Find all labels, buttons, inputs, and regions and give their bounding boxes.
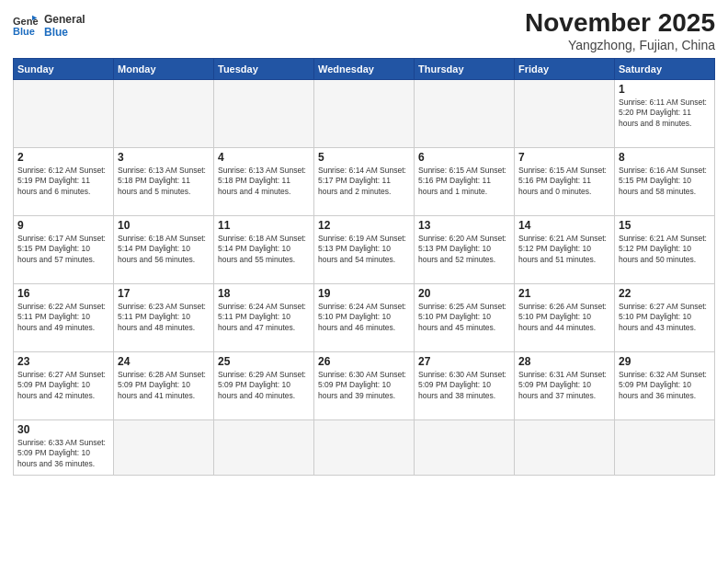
day-info: Sunrise: 6:29 AM Sunset: 5:09 PM Dayligh… <box>218 370 310 401</box>
day-number: 19 <box>318 287 410 300</box>
calendar-cell <box>214 419 314 475</box>
calendar-cell <box>415 79 515 147</box>
day-info: Sunrise: 6:17 AM Sunset: 5:15 PM Dayligh… <box>17 234 109 265</box>
day-info: Sunrise: 6:25 AM Sunset: 5:10 PM Dayligh… <box>418 302 510 333</box>
calendar-cell: 24Sunrise: 6:28 AM Sunset: 5:09 PM Dayli… <box>114 351 214 419</box>
calendar-cell: 15Sunrise: 6:21 AM Sunset: 5:12 PM Dayli… <box>615 215 715 283</box>
calendar-cell: 25Sunrise: 6:29 AM Sunset: 5:09 PM Dayli… <box>214 351 314 419</box>
day-info: Sunrise: 6:28 AM Sunset: 5:09 PM Dayligh… <box>118 370 210 401</box>
calendar-cell <box>515 419 615 475</box>
calendar-cell: 8Sunrise: 6:16 AM Sunset: 5:15 PM Daylig… <box>615 147 715 215</box>
day-info: Sunrise: 6:31 AM Sunset: 5:09 PM Dayligh… <box>518 370 610 401</box>
calendar-cell: 28Sunrise: 6:31 AM Sunset: 5:09 PM Dayli… <box>515 351 615 419</box>
title-block: November 2025 Yangzhong, Fujian, China <box>525 9 715 52</box>
day-info: Sunrise: 6:13 AM Sunset: 5:18 PM Dayligh… <box>218 166 310 197</box>
calendar-cell: 2Sunrise: 6:12 AM Sunset: 5:19 PM Daylig… <box>14 147 114 215</box>
weekday-header-wednesday: Wednesday <box>314 58 415 79</box>
day-number: 29 <box>619 355 711 368</box>
logo: General Blue General Blue <box>13 13 85 40</box>
day-info: Sunrise: 6:22 AM Sunset: 5:11 PM Dayligh… <box>17 302 109 333</box>
day-number: 5 <box>318 151 410 164</box>
month-title: November 2025 <box>525 9 715 38</box>
day-number: 11 <box>218 219 310 232</box>
day-info: Sunrise: 6:20 AM Sunset: 5:13 PM Dayligh… <box>418 234 510 265</box>
calendar-cell <box>114 79 214 147</box>
day-number: 13 <box>418 219 510 232</box>
calendar-week-row: 9Sunrise: 6:17 AM Sunset: 5:15 PM Daylig… <box>14 215 715 283</box>
day-info: Sunrise: 6:11 AM Sunset: 5:20 PM Dayligh… <box>619 98 711 129</box>
calendar-cell <box>14 79 114 147</box>
day-info: Sunrise: 6:12 AM Sunset: 5:19 PM Dayligh… <box>17 166 109 197</box>
calendar-cell: 13Sunrise: 6:20 AM Sunset: 5:13 PM Dayli… <box>415 215 515 283</box>
weekday-header-thursday: Thursday <box>415 58 515 79</box>
calendar-cell: 1Sunrise: 6:11 AM Sunset: 5:20 PM Daylig… <box>615 79 715 147</box>
calendar-cell: 19Sunrise: 6:24 AM Sunset: 5:10 PM Dayli… <box>314 283 415 351</box>
calendar-week-row: 1Sunrise: 6:11 AM Sunset: 5:20 PM Daylig… <box>14 79 715 147</box>
day-number: 22 <box>619 287 711 300</box>
logo-general-text: General <box>44 13 85 26</box>
day-info: Sunrise: 6:24 AM Sunset: 5:10 PM Dayligh… <box>318 302 410 333</box>
day-info: Sunrise: 6:26 AM Sunset: 5:10 PM Dayligh… <box>518 302 610 333</box>
calendar-cell: 22Sunrise: 6:27 AM Sunset: 5:10 PM Dayli… <box>615 283 715 351</box>
day-info: Sunrise: 6:33 AM Sunset: 5:09 PM Dayligh… <box>17 438 109 469</box>
day-info: Sunrise: 6:18 AM Sunset: 5:14 PM Dayligh… <box>118 234 210 265</box>
day-number: 9 <box>17 219 109 232</box>
day-number: 4 <box>218 151 310 164</box>
day-number: 20 <box>418 287 510 300</box>
calendar-cell <box>314 79 415 147</box>
day-number: 6 <box>418 151 510 164</box>
day-number: 23 <box>17 355 109 368</box>
calendar-cell: 27Sunrise: 6:30 AM Sunset: 5:09 PM Dayli… <box>415 351 515 419</box>
location-text: Yangzhong, Fujian, China <box>525 38 715 52</box>
day-number: 25 <box>218 355 310 368</box>
calendar-cell: 26Sunrise: 6:30 AM Sunset: 5:09 PM Dayli… <box>314 351 415 419</box>
calendar-cell: 3Sunrise: 6:13 AM Sunset: 5:18 PM Daylig… <box>114 147 214 215</box>
day-number: 27 <box>418 355 510 368</box>
page-header: General Blue General Blue November 2025 … <box>13 9 715 52</box>
weekday-header-saturday: Saturday <box>615 58 715 79</box>
weekday-header-friday: Friday <box>515 58 615 79</box>
calendar-cell: 6Sunrise: 6:15 AM Sunset: 5:16 PM Daylig… <box>415 147 515 215</box>
day-number: 16 <box>17 287 109 300</box>
day-info: Sunrise: 6:27 AM Sunset: 5:09 PM Dayligh… <box>17 370 109 401</box>
calendar-cell: 4Sunrise: 6:13 AM Sunset: 5:18 PM Daylig… <box>214 147 314 215</box>
calendar-cell: 14Sunrise: 6:21 AM Sunset: 5:12 PM Dayli… <box>515 215 615 283</box>
day-info: Sunrise: 6:27 AM Sunset: 5:10 PM Dayligh… <box>619 302 711 333</box>
day-info: Sunrise: 6:21 AM Sunset: 5:12 PM Dayligh… <box>619 234 711 265</box>
calendar-cell: 5Sunrise: 6:14 AM Sunset: 5:17 PM Daylig… <box>314 147 415 215</box>
day-number: 15 <box>619 219 711 232</box>
calendar-cell <box>114 419 214 475</box>
day-info: Sunrise: 6:16 AM Sunset: 5:15 PM Dayligh… <box>619 166 711 197</box>
calendar-cell <box>314 419 415 475</box>
day-info: Sunrise: 6:30 AM Sunset: 5:09 PM Dayligh… <box>318 370 410 401</box>
calendar-cell: 17Sunrise: 6:23 AM Sunset: 5:11 PM Dayli… <box>114 283 214 351</box>
day-number: 1 <box>619 83 711 96</box>
day-number: 10 <box>118 219 210 232</box>
calendar-week-row: 23Sunrise: 6:27 AM Sunset: 5:09 PM Dayli… <box>14 351 715 419</box>
day-info: Sunrise: 6:30 AM Sunset: 5:09 PM Dayligh… <box>418 370 510 401</box>
day-info: Sunrise: 6:18 AM Sunset: 5:14 PM Dayligh… <box>218 234 310 265</box>
weekday-header-sunday: Sunday <box>14 58 114 79</box>
day-info: Sunrise: 6:23 AM Sunset: 5:11 PM Dayligh… <box>118 302 210 333</box>
day-number: 14 <box>518 219 610 232</box>
day-info: Sunrise: 6:24 AM Sunset: 5:11 PM Dayligh… <box>218 302 310 333</box>
logo-blue-text: Blue <box>44 26 85 39</box>
calendar-cell: 29Sunrise: 6:32 AM Sunset: 5:09 PM Dayli… <box>615 351 715 419</box>
weekday-header-row: SundayMondayTuesdayWednesdayThursdayFrid… <box>14 58 715 79</box>
day-number: 28 <box>518 355 610 368</box>
calendar-table: SundayMondayTuesdayWednesdayThursdayFrid… <box>13 58 715 476</box>
day-number: 18 <box>218 287 310 300</box>
calendar-week-row: 30Sunrise: 6:33 AM Sunset: 5:09 PM Dayli… <box>14 419 715 475</box>
calendar-cell: 23Sunrise: 6:27 AM Sunset: 5:09 PM Dayli… <box>14 351 114 419</box>
day-number: 24 <box>118 355 210 368</box>
calendar-cell: 16Sunrise: 6:22 AM Sunset: 5:11 PM Dayli… <box>14 283 114 351</box>
calendar-cell: 20Sunrise: 6:25 AM Sunset: 5:10 PM Dayli… <box>415 283 515 351</box>
day-info: Sunrise: 6:14 AM Sunset: 5:17 PM Dayligh… <box>318 166 410 197</box>
calendar-cell: 9Sunrise: 6:17 AM Sunset: 5:15 PM Daylig… <box>14 215 114 283</box>
calendar-cell: 12Sunrise: 6:19 AM Sunset: 5:13 PM Dayli… <box>314 215 415 283</box>
calendar-cell: 7Sunrise: 6:15 AM Sunset: 5:16 PM Daylig… <box>515 147 615 215</box>
calendar-cell: 18Sunrise: 6:24 AM Sunset: 5:11 PM Dayli… <box>214 283 314 351</box>
day-info: Sunrise: 6:15 AM Sunset: 5:16 PM Dayligh… <box>418 166 510 197</box>
calendar-cell: 21Sunrise: 6:26 AM Sunset: 5:10 PM Dayli… <box>515 283 615 351</box>
calendar-cell <box>615 419 715 475</box>
